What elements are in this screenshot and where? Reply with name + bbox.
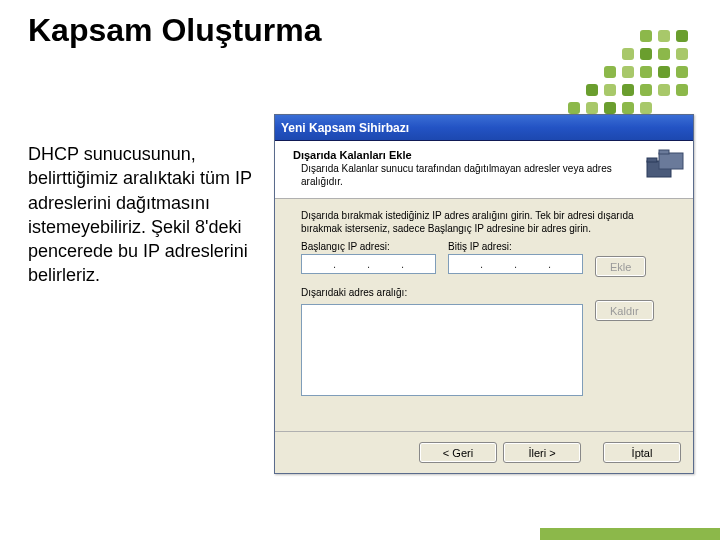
wizard-footer: < Geri İleri > İptal bbox=[275, 431, 693, 473]
folders-icon bbox=[645, 147, 687, 181]
svg-rect-3 bbox=[659, 150, 669, 154]
wizard-header: Dışarıda Kalanları Ekle Dışarıda Kalanla… bbox=[275, 141, 693, 199]
ip-separator: . bbox=[401, 258, 404, 270]
end-ip-label: Bitiş IP adresi: bbox=[448, 241, 583, 252]
back-button[interactable]: < Geri bbox=[419, 442, 497, 463]
ip-separator: . bbox=[480, 258, 483, 270]
svg-rect-1 bbox=[647, 158, 657, 162]
start-ip-label: Başlangıç IP adresi: bbox=[301, 241, 436, 252]
wizard-header-title: Dışarıda Kalanları Ekle bbox=[293, 149, 633, 161]
wizard-header-description: Dışarıda Kalanlar sunucu tarafından dağı… bbox=[301, 163, 633, 188]
remove-button[interactable]: Kaldır bbox=[595, 300, 654, 321]
wizard-instruction-text: Dışarıda bırakmak istediğiniz IP adres a… bbox=[301, 209, 667, 235]
ip-separator: . bbox=[514, 258, 517, 270]
slide-title: Kapsam Oluşturma bbox=[28, 12, 321, 49]
ip-separator: . bbox=[367, 258, 370, 270]
wizard-titlebar[interactable]: Yeni Kapsam Sihirbazı bbox=[275, 115, 693, 141]
add-button[interactable]: Ekle bbox=[595, 256, 646, 277]
excluded-range-label: Dışarıdaki adres aralığı: bbox=[301, 287, 667, 298]
start-ip-input[interactable]: . . . bbox=[301, 254, 436, 274]
end-ip-input[interactable]: . . . bbox=[448, 254, 583, 274]
excluded-range-listbox[interactable] bbox=[301, 304, 583, 396]
wizard-content: Dışarıda bırakmak istediğiniz IP adres a… bbox=[275, 199, 693, 431]
wizard-dialog: Yeni Kapsam Sihirbazı Dışarıda Kalanları… bbox=[274, 114, 694, 474]
wizard-title-text: Yeni Kapsam Sihirbazı bbox=[281, 121, 409, 135]
ip-separator: . bbox=[548, 258, 551, 270]
cancel-button[interactable]: İptal bbox=[603, 442, 681, 463]
next-button[interactable]: İleri > bbox=[503, 442, 581, 463]
decorative-corner-bar bbox=[540, 528, 720, 540]
ip-separator: . bbox=[333, 258, 336, 270]
slide-body-text: DHCP sunucusunun, belirttiğimiz aralıkta… bbox=[28, 142, 264, 288]
svg-rect-2 bbox=[659, 153, 683, 169]
